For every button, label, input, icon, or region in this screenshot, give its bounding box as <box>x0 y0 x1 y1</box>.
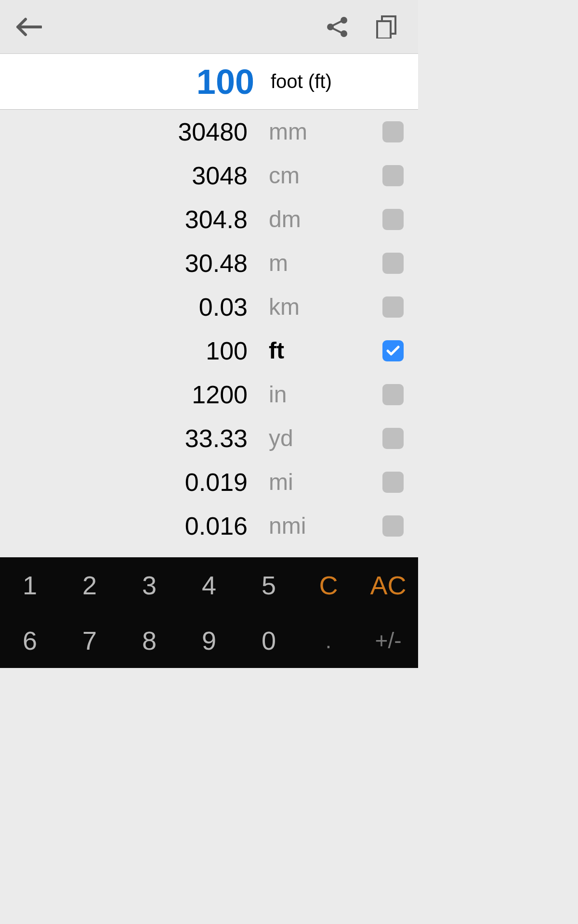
key-3[interactable]: 3 <box>119 557 179 613</box>
key-C[interactable]: C <box>299 557 358 613</box>
svg-point-2 <box>341 30 347 37</box>
unit-checkbox-mm[interactable] <box>382 121 404 142</box>
svg-rect-6 <box>377 21 391 38</box>
input-unit-label: foot (ft) <box>254 71 332 92</box>
result-unit: nmi <box>248 513 382 539</box>
back-arrow-icon <box>16 17 42 37</box>
unit-checkbox-m[interactable] <box>382 253 404 274</box>
result-value: 0.03 <box>0 293 248 321</box>
result-unit: mi <box>248 469 382 495</box>
result-value: 100 <box>0 336 248 365</box>
check-icon <box>386 345 400 357</box>
unit-checkbox-ft[interactable] <box>382 340 404 361</box>
unit-checkbox-in[interactable] <box>382 384 404 405</box>
key-dot[interactable]: . <box>299 613 358 668</box>
unit-checkbox-cm[interactable] <box>382 165 404 186</box>
result-row-nmi[interactable]: 0.016nmi <box>0 504 418 548</box>
result-value: 304.8 <box>0 205 248 234</box>
key-4[interactable]: 4 <box>179 557 239 613</box>
copy-icon <box>376 15 396 38</box>
key-1[interactable]: 1 <box>0 557 60 613</box>
copy-button[interactable] <box>369 13 404 41</box>
share-icon <box>326 16 348 38</box>
unit-checkbox-km[interactable] <box>382 296 404 318</box>
result-row-ft[interactable]: 100ft <box>0 329 418 372</box>
input-value: 100 <box>0 62 254 102</box>
unit-checkbox-dm[interactable] <box>382 209 404 230</box>
unit-checkbox-mi[interactable] <box>382 472 404 493</box>
key-8[interactable]: 8 <box>119 613 179 668</box>
key-plus-[interactable]: +/- <box>358 613 418 668</box>
result-row-mm[interactable]: 30480mm <box>0 110 418 154</box>
result-unit: yd <box>248 425 382 451</box>
input-row[interactable]: 100 foot (ft) <box>0 54 418 110</box>
result-unit: ft <box>248 337 382 364</box>
result-value: 30480 <box>0 117 248 146</box>
result-value: 0.016 <box>0 512 248 540</box>
result-unit: in <box>248 381 382 408</box>
svg-line-4 <box>333 28 342 33</box>
result-row-km[interactable]: 0.03km <box>0 285 418 329</box>
result-row-cm[interactable]: 3048cm <box>0 154 418 197</box>
key-AC[interactable]: AC <box>358 557 418 613</box>
result-value: 0.019 <box>0 468 248 497</box>
back-button[interactable] <box>14 13 43 41</box>
result-value: 3048 <box>0 161 248 190</box>
result-value: 33.33 <box>0 424 248 453</box>
svg-point-0 <box>341 17 347 24</box>
result-row-m[interactable]: 30.48m <box>0 241 418 285</box>
svg-line-3 <box>333 21 342 26</box>
result-value: 1200 <box>0 380 248 409</box>
unit-checkbox-nmi[interactable] <box>382 515 404 537</box>
result-unit: km <box>248 294 382 320</box>
key-2[interactable]: 2 <box>60 557 119 613</box>
results-list: 30480mm3048cm304.8dm30.48m0.03km100ft120… <box>0 110 418 557</box>
key-6[interactable]: 6 <box>0 613 60 668</box>
result-value: 30.48 <box>0 249 248 278</box>
result-unit: m <box>248 250 382 276</box>
result-row-dm[interactable]: 304.8dm <box>0 197 418 241</box>
key-5[interactable]: 5 <box>239 557 299 613</box>
result-unit: cm <box>248 162 382 189</box>
result-row-yd[interactable]: 33.33yd <box>0 416 418 460</box>
share-button[interactable] <box>320 13 355 41</box>
result-unit: dm <box>248 206 382 232</box>
key-7[interactable]: 7 <box>60 613 119 668</box>
key-9[interactable]: 9 <box>179 613 239 668</box>
result-row-mi[interactable]: 0.019mi <box>0 460 418 504</box>
result-row-in[interactable]: 1200in <box>0 372 418 416</box>
key-0[interactable]: 0 <box>239 613 299 668</box>
keypad: 12345CAC67890.+/- <box>0 557 418 668</box>
unit-checkbox-yd[interactable] <box>382 428 404 449</box>
result-unit: mm <box>248 118 382 145</box>
top-bar <box>0 0 418 54</box>
